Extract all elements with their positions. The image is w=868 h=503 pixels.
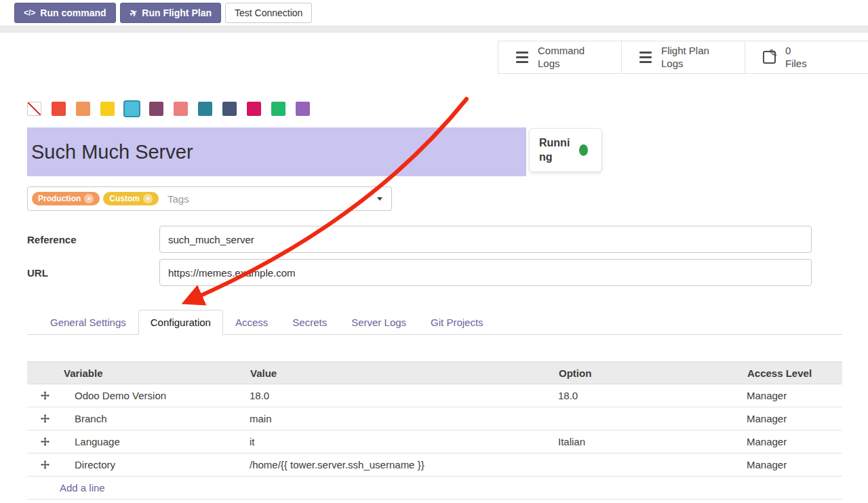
files-label: 0 Files bbox=[785, 45, 850, 71]
title-row: Such Much Server Running bbox=[27, 127, 842, 176]
run-flight-plan-button[interactable]: ✈ Run Flight Plan bbox=[120, 3, 221, 23]
list-icon bbox=[639, 52, 652, 63]
tab-general-settings[interactable]: General Settings bbox=[38, 310, 138, 335]
flight-plan-logs-button[interactable]: Flight Plan Logs bbox=[621, 41, 745, 73]
color-swatch-2[interactable] bbox=[76, 102, 90, 116]
cell-option[interactable]: Italian bbox=[557, 436, 746, 447]
color-swatch-8[interactable] bbox=[222, 102, 237, 116]
cell-access[interactable]: Manager bbox=[746, 436, 842, 447]
code-icon: </> bbox=[24, 8, 35, 18]
color-swatch-3[interactable] bbox=[100, 102, 115, 116]
plane-icon: ✈ bbox=[127, 6, 139, 20]
drag-handle-icon[interactable] bbox=[27, 460, 62, 469]
tags-placeholder: Tags bbox=[167, 193, 189, 205]
table-header-row: VariableValueOptionAccess Level bbox=[27, 361, 842, 384]
color-swatch-4[interactable] bbox=[125, 102, 139, 116]
remove-tag-icon[interactable]: × bbox=[143, 194, 153, 203]
cell-value[interactable]: 18.0 bbox=[249, 390, 557, 401]
table-row[interactable]: LanguageitItalianManager bbox=[27, 430, 842, 454]
tag-label: Custom bbox=[109, 194, 140, 203]
color-swatch-6[interactable] bbox=[174, 102, 188, 116]
url-label: URL bbox=[27, 267, 159, 279]
tag-label: Production bbox=[38, 194, 81, 203]
table-body: Odoo Demo Version18.018.0ManagerBranchma… bbox=[27, 384, 842, 477]
drag-handle-icon[interactable] bbox=[27, 437, 62, 446]
tag-production[interactable]: Production× bbox=[32, 192, 100, 205]
flight-plan-logs-label: Flight Plan Logs bbox=[661, 45, 726, 71]
cell-access[interactable]: Manager bbox=[746, 390, 842, 401]
tab-access[interactable]: Access bbox=[223, 310, 280, 335]
url-field-row: URL bbox=[27, 259, 842, 286]
table-row[interactable]: Directory/home/{{ tower.server.ssh_usern… bbox=[27, 454, 842, 477]
reference-input[interactable] bbox=[159, 226, 812, 253]
run-command-button[interactable]: </> Run command bbox=[14, 3, 116, 23]
list-icon bbox=[516, 52, 528, 63]
files-count: 0 bbox=[785, 45, 850, 58]
status-card[interactable]: Running bbox=[529, 128, 602, 172]
tab-git-projects[interactable]: Git Projects bbox=[418, 310, 496, 335]
url-input[interactable] bbox=[159, 259, 812, 286]
command-logs-button[interactable]: Command Logs bbox=[498, 41, 621, 73]
drag-handle-icon[interactable] bbox=[27, 414, 62, 423]
color-picker bbox=[27, 100, 842, 117]
status-dot-icon bbox=[579, 144, 588, 156]
stat-button-box: Command Logs Flight Plan Logs 0 Files bbox=[498, 41, 868, 74]
cell-access[interactable]: Manager bbox=[746, 413, 842, 424]
tab-secrets[interactable]: Secrets bbox=[280, 310, 339, 335]
column-header-access-level[interactable]: Access Level bbox=[746, 367, 842, 379]
test-connection-label: Test Connection bbox=[235, 7, 302, 18]
add-a-line-label: Add a line bbox=[60, 482, 105, 494]
cell-variable[interactable]: Odoo Demo Version bbox=[62, 390, 249, 401]
tab-server-logs[interactable]: Server Logs bbox=[339, 310, 418, 335]
drag-handle-icon[interactable] bbox=[27, 391, 62, 400]
table-row[interactable]: BranchmainManager bbox=[27, 407, 842, 430]
cell-value[interactable]: /home/{{ tower.server.ssh_username }} bbox=[249, 459, 557, 470]
command-logs-label: Command Logs bbox=[538, 45, 603, 71]
server-name-input[interactable]: Such Much Server bbox=[27, 127, 526, 176]
run-command-label: Run command bbox=[40, 7, 106, 18]
cell-option[interactable]: 18.0 bbox=[557, 390, 746, 401]
color-swatch-7[interactable] bbox=[198, 102, 212, 116]
status-label: Running bbox=[539, 136, 574, 165]
reference-label: Reference bbox=[27, 234, 159, 245]
column-header-value[interactable]: Value bbox=[249, 367, 557, 379]
dropdown-caret-icon[interactable] bbox=[377, 197, 382, 201]
cell-value[interactable]: it bbox=[249, 436, 557, 447]
cell-variable[interactable]: Directory bbox=[62, 459, 249, 470]
color-swatch-1[interactable] bbox=[52, 102, 66, 116]
remove-tag-icon[interactable]: × bbox=[84, 194, 94, 203]
column-header-option[interactable]: Option bbox=[557, 367, 746, 379]
files-text: Files bbox=[785, 58, 850, 71]
color-swatch-11[interactable] bbox=[296, 102, 310, 116]
cell-variable[interactable]: Language bbox=[62, 436, 249, 447]
tab-bar: General SettingsConfigurationAccessSecre… bbox=[27, 309, 842, 335]
cell-variable[interactable]: Branch bbox=[62, 413, 249, 424]
test-connection-button[interactable]: Test Connection bbox=[225, 3, 312, 23]
cell-value[interactable]: main bbox=[249, 413, 557, 424]
separator-strip bbox=[0, 26, 868, 33]
configuration-table: VariableValueOptionAccess Level Odoo Dem… bbox=[27, 361, 842, 500]
cell-access[interactable]: Manager bbox=[746, 459, 842, 470]
files-button[interactable]: 0 Files bbox=[745, 41, 868, 73]
tag-list: Production×Custom× bbox=[32, 192, 159, 205]
add-a-line-link[interactable]: Add a line bbox=[27, 477, 842, 500]
header-row: Command Logs Flight Plan Logs 0 Files bbox=[0, 33, 868, 73]
table-row[interactable]: Odoo Demo Version18.018.0Manager bbox=[27, 384, 842, 407]
color-swatch-5[interactable] bbox=[149, 102, 163, 116]
color-swatch-10[interactable] bbox=[271, 102, 285, 116]
tags-field[interactable]: Production×Custom× Tags bbox=[27, 186, 392, 211]
color-swatch-0[interactable] bbox=[27, 102, 41, 116]
server-name-text: Such Much Server bbox=[31, 141, 193, 163]
run-flight-plan-label: Run Flight Plan bbox=[142, 7, 212, 18]
color-swatch-9[interactable] bbox=[247, 102, 261, 116]
pencil-icon bbox=[763, 51, 776, 64]
tag-custom[interactable]: Custom× bbox=[103, 192, 159, 205]
top-toolbar: </> Run command ✈ Run Flight Plan Test C… bbox=[0, 0, 868, 26]
reference-field-row: Reference bbox=[27, 226, 842, 253]
form-sheet: Such Much Server Running Production×Cust… bbox=[0, 100, 868, 500]
column-header-variable[interactable]: Variable bbox=[62, 367, 249, 379]
tab-configuration[interactable]: Configuration bbox=[138, 310, 223, 335]
